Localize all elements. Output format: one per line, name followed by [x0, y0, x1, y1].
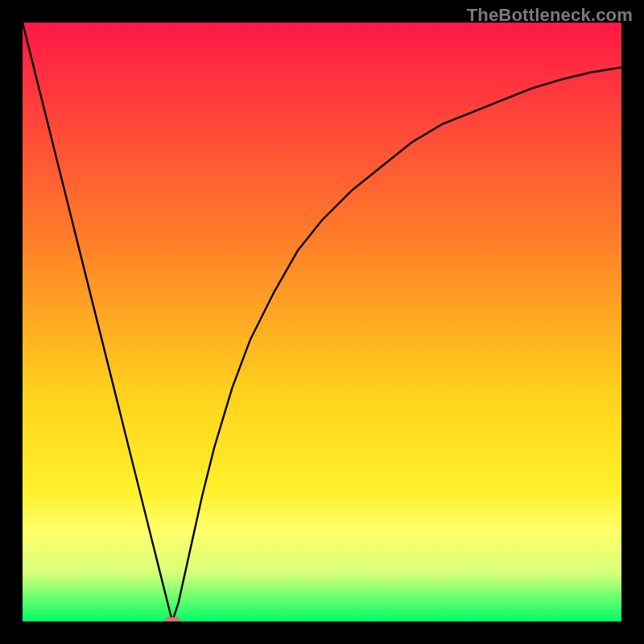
gradient-background [23, 23, 621, 621]
chart-frame: TheBottleneck.com [0, 0, 644, 644]
plot-area [23, 23, 621, 621]
chart-svg [23, 23, 621, 621]
